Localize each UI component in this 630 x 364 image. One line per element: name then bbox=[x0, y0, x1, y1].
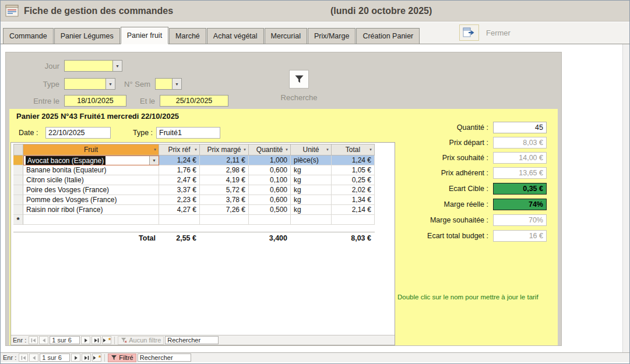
col-header-prix-ref[interactable]: Prix réf ▼ bbox=[159, 144, 200, 156]
prix-ref-cell[interactable]: 2,47 € bbox=[159, 175, 200, 185]
nav-first-button[interactable] bbox=[29, 336, 38, 344]
total-cell[interactable]: 1,34 € bbox=[332, 195, 375, 205]
tab-commande[interactable]: Commande bbox=[3, 28, 54, 44]
table-row[interactable]: Poire des Vosges (France) 3,37 € 5,72 € … bbox=[13, 185, 375, 195]
quantite-field[interactable]: 45 bbox=[493, 122, 547, 133]
row-selector[interactable] bbox=[13, 165, 23, 175]
nav-last-button[interactable] bbox=[91, 336, 101, 344]
prix-adherent-field[interactable]: 13,65 € bbox=[493, 167, 547, 179]
prix-ref-cell[interactable]: 3,37 € bbox=[159, 185, 200, 195]
total-cell[interactable]: 2,14 € bbox=[332, 205, 375, 215]
recherche-button[interactable] bbox=[289, 70, 309, 89]
prix-marge-cell[interactable]: 2,11 € bbox=[200, 156, 249, 165]
nav-next-button[interactable] bbox=[71, 354, 80, 362]
chevron-down-icon[interactable]: ▼ bbox=[285, 148, 288, 151]
col-header-quantite[interactable]: Quantité ▼ bbox=[249, 144, 291, 156]
selector-header[interactable] bbox=[13, 144, 23, 156]
nav-new-button[interactable]: * bbox=[102, 336, 111, 344]
combo-arrow-icon[interactable]: ▼ bbox=[149, 156, 159, 165]
col-header-unite[interactable]: Unité ▼ bbox=[291, 144, 332, 156]
col-header-prix-marge[interactable]: Prix margé ▼ bbox=[200, 144, 249, 156]
tab-achat-vegetal[interactable]: Achat végétal bbox=[207, 28, 264, 44]
record-search-input[interactable]: Rechercher bbox=[138, 354, 191, 362]
type-field[interactable]: Fruité1 bbox=[156, 127, 220, 139]
total-cell[interactable]: 0,25 € bbox=[332, 175, 375, 185]
row-selector[interactable] bbox=[13, 195, 23, 205]
fermer-button[interactable] bbox=[459, 24, 479, 41]
unite-cell[interactable]: kg bbox=[291, 175, 332, 185]
total-cell[interactable]: 1,24 € bbox=[332, 156, 375, 165]
date-debut-field[interactable]: 18/10/2025 bbox=[64, 95, 126, 107]
nav-first-button[interactable] bbox=[19, 354, 28, 362]
quantite-cell[interactable]: 1,000 bbox=[249, 156, 291, 165]
row-selector[interactable] bbox=[13, 156, 23, 165]
tab-panier-fruit[interactable]: Panier fruit bbox=[121, 27, 168, 44]
quantite-cell[interactable]: 0,600 bbox=[249, 165, 291, 175]
prix-marge-cell[interactable]: 2,98 € bbox=[200, 165, 249, 175]
nav-next-button[interactable] bbox=[81, 336, 90, 344]
fruit-cell[interactable]: Raisin noir ribol (France) bbox=[23, 205, 159, 215]
semaine-combobox[interactable]: ▼ bbox=[155, 78, 182, 90]
nav-prev-button[interactable] bbox=[29, 354, 38, 362]
row-selector[interactable] bbox=[13, 185, 23, 195]
chevron-down-icon[interactable]: ▼ bbox=[369, 148, 372, 151]
table-row[interactable]: Banane bonita (Equateur) 1,76 € 2,98 € 0… bbox=[13, 165, 375, 175]
unite-cell[interactable]: kg bbox=[291, 165, 332, 175]
row-selector[interactable] bbox=[13, 175, 23, 185]
table-row[interactable]: Raisin noir ribol (France) 4,27 € 7,26 €… bbox=[13, 205, 375, 215]
chevron-down-icon[interactable]: ▼ bbox=[326, 148, 329, 151]
unite-cell[interactable]: pièce(s) bbox=[291, 156, 332, 165]
prix-ref-cell[interactable]: 1,24 € bbox=[159, 156, 200, 165]
type-combobox[interactable]: ▼ bbox=[64, 78, 115, 90]
table-row[interactable]: Avocat bacon (Espagne) ▼ 1,24 € 2,11 € 1… bbox=[13, 156, 375, 165]
chevron-down-icon[interactable]: ▼ bbox=[194, 148, 198, 151]
fruit-combo-cell[interactable]: Avocat bacon (Espagne) ▼ bbox=[23, 156, 159, 165]
col-header-fruit[interactable]: Fruit ▼ bbox=[23, 144, 159, 156]
new-record-row[interactable]: * bbox=[13, 215, 375, 225]
prix-ref-cell[interactable]: 1,76 € bbox=[159, 165, 200, 175]
prix-marge-cell[interactable]: 3,78 € bbox=[200, 195, 249, 205]
unite-cell[interactable]: kg bbox=[291, 205, 332, 215]
nav-last-button[interactable] bbox=[82, 354, 91, 362]
chevron-down-icon[interactable]: ▼ bbox=[153, 148, 157, 151]
no-filter-button[interactable]: Aucun filtre bbox=[118, 336, 164, 345]
date-field[interactable]: 22/10/2025 bbox=[45, 127, 111, 139]
marge-reelle-field[interactable]: 74% bbox=[493, 199, 547, 210]
total-cell[interactable]: 2,02 € bbox=[332, 185, 375, 195]
prix-souhaite-field[interactable]: 14,00 € bbox=[493, 152, 547, 164]
record-position[interactable]: 1 sur 6 bbox=[40, 354, 70, 362]
total-cell[interactable]: 1,05 € bbox=[332, 165, 375, 175]
tab-panier-legumes[interactable]: Panier Légumes bbox=[54, 28, 120, 44]
quantite-cell[interactable]: 0,500 bbox=[249, 205, 291, 215]
record-position[interactable]: 1 sur 6 bbox=[50, 336, 80, 344]
date-fin-field[interactable]: 25/10/2025 bbox=[160, 95, 228, 107]
ecart-total-budget-field[interactable]: 16 € bbox=[493, 230, 547, 242]
col-header-total[interactable]: Total ▼ bbox=[332, 144, 375, 156]
new-record-selector[interactable]: * bbox=[13, 215, 23, 225]
prix-depart-field[interactable]: 8,03 € bbox=[493, 137, 547, 149]
table-row[interactable]: Citron sicile (Italie) 2,47 € 4,19 € 0,1… bbox=[13, 175, 375, 185]
prix-ref-cell[interactable]: 2,23 € bbox=[159, 195, 200, 205]
unite-cell[interactable]: kg bbox=[291, 195, 332, 205]
quantite-cell[interactable]: 0,600 bbox=[249, 185, 291, 195]
marge-souhaitee-field[interactable]: 70% bbox=[493, 214, 547, 226]
prix-marge-cell[interactable]: 7,26 € bbox=[200, 205, 249, 215]
chevron-down-icon[interactable]: ▼ bbox=[172, 79, 181, 89]
prix-marge-cell[interactable]: 4,19 € bbox=[200, 175, 249, 185]
fruit-cell[interactable]: Banane bonita (Equateur) bbox=[23, 165, 159, 175]
filtered-button[interactable]: Filtré bbox=[108, 354, 136, 362]
tab-prix-marge[interactable]: Prix/Marge bbox=[308, 28, 356, 44]
tab-mercurial[interactable]: Mercurial bbox=[265, 28, 307, 44]
chevron-down-icon[interactable]: ▼ bbox=[112, 61, 122, 71]
row-selector[interactable] bbox=[13, 205, 23, 215]
vertical-scrollbar[interactable] bbox=[622, 44, 629, 352]
quantite-cell[interactable]: 0,600 bbox=[249, 195, 291, 205]
ecart-cible-field[interactable]: 0,35 € bbox=[493, 183, 547, 195]
fruit-cell[interactable]: Poire des Vosges (France) bbox=[23, 185, 159, 195]
chevron-down-icon[interactable]: ▼ bbox=[105, 79, 115, 89]
fruit-cell[interactable]: Pomme des Vosges (France) bbox=[23, 195, 159, 205]
tab-marche[interactable]: Marché bbox=[169, 28, 206, 44]
jour-combobox[interactable]: ▼ bbox=[64, 60, 122, 72]
nav-prev-button[interactable] bbox=[39, 336, 48, 344]
nav-new-button[interactable]: * bbox=[92, 354, 101, 362]
